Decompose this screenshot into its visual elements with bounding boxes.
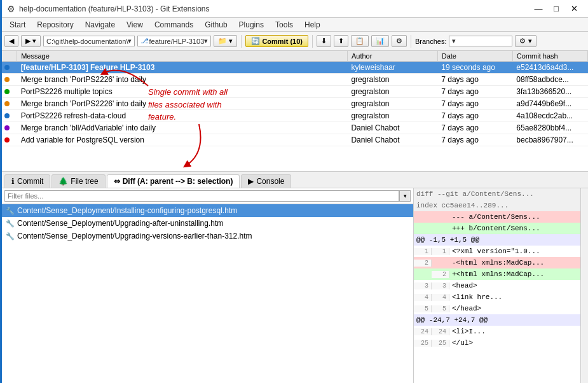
file-panel: ▾ 🔧Content/Sense_Deployment/Installing-c… — [2, 188, 414, 383]
diff-content[interactable]: diff --git a/Content/Sens...index cc5aee… — [414, 188, 580, 383]
menu-view[interactable]: View — [121, 19, 148, 31]
list-item[interactable]: 🔧Content/Sense_Deployment/Upgrading-vers… — [2, 230, 413, 242]
branches-input[interactable]: ▾ — [449, 36, 512, 46]
menu-commands[interactable]: Commands — [149, 19, 198, 31]
diff-line-content: --- a/Content/Sens... — [449, 213, 580, 221]
menu-github[interactable]: Github — [200, 19, 232, 31]
col-graph — [2, 51, 17, 62]
stash-button[interactable]: 📋 — [351, 35, 369, 47]
menu-start[interactable]: Start — [4, 19, 31, 31]
tab-filetree-label: File tree — [71, 177, 98, 186]
table-row[interactable]: Merge branch 'bll/AddVariable' into dail… — [2, 122, 588, 134]
forward-button[interactable]: ▶ ▾ — [21, 35, 41, 47]
commit-hash: 08ff58adbdce... — [512, 74, 587, 86]
table-row[interactable]: Merge branch 'PortPS2226' into dailygreg… — [2, 74, 588, 86]
list-item[interactable]: 🔧Content/Sense_Deployment/Installing-con… — [2, 204, 413, 217]
line-num-right: 1 — [432, 248, 449, 255]
path-display: C:\git\help-documentation\ ▾ — [43, 36, 135, 46]
tab-filetree[interactable]: 🌲 File tree — [51, 174, 105, 188]
graph-cell — [2, 98, 17, 110]
diff-line-content: <li>I... — [449, 328, 580, 335]
line-num-left: 5 — [414, 305, 432, 312]
commit-date: 7 days ago — [437, 134, 512, 146]
commit-date: 7 days ago — [437, 122, 512, 134]
title-bar: ⚙ help-documentation (feature/HLP-3103) … — [2, 0, 588, 18]
line-num-left: 4 — [414, 294, 432, 301]
back-button[interactable]: ◀ — [4, 35, 18, 47]
branches-settings[interactable]: ⚙ ▾ — [515, 35, 536, 47]
menu-help[interactable]: Help — [299, 19, 325, 31]
commit-hash: 4a108ecdc2ab... — [512, 110, 587, 122]
line-num-left: 2 — [414, 260, 432, 267]
close-button[interactable]: ✕ — [565, 3, 583, 15]
filter-input[interactable] — [4, 190, 399, 202]
right-scrollbar[interactable] — [580, 188, 588, 383]
graph-cell — [2, 74, 17, 86]
graph-cell — [2, 62, 17, 74]
path-dropdown-icon[interactable]: ▾ — [128, 37, 132, 45]
commit-hash: e52413d6a4d3... — [512, 62, 587, 74]
diff-line-content: -<html xmlns:MadCap... — [449, 259, 580, 267]
commit-author: Daniel Chabot — [347, 122, 437, 134]
commit-author: kyleweishaar — [347, 62, 437, 74]
col-date[interactable]: Date — [437, 51, 512, 62]
line-num-right: 25 — [432, 340, 449, 347]
table-row[interactable]: PortPS2226 multiple topicsgregralston7 d… — [2, 86, 588, 98]
diff-line: 11 <?xml version="1.0... — [414, 246, 580, 257]
branches-dropdown-icon[interactable]: ▾ — [452, 37, 456, 45]
sep3 — [411, 35, 411, 48]
tab-filetree-icon: 🌲 — [58, 177, 68, 186]
menu-tools[interactable]: Tools — [270, 19, 298, 31]
col-hash[interactable]: Commit hash — [512, 51, 587, 62]
settings-button[interactable]: ⚙ — [392, 35, 407, 47]
filter-dropdown[interactable]: ▾ — [399, 190, 411, 202]
push2-button[interactable]: ⬆ — [334, 35, 348, 47]
file-icon: 🔧 — [6, 207, 15, 215]
table-row[interactable]: [feature/HLP-3103] Feature HLP-3103kylew… — [2, 62, 588, 74]
diff-line-content: @@ -1,5 +1,5 @@ — [414, 236, 580, 244]
list-item[interactable]: 🔧Content/Sense_Deployment/Upgrading-afte… — [2, 217, 413, 230]
bottom-area: ▾ 🔧Content/Sense_Deployment/Installing-c… — [2, 188, 588, 383]
sep1 — [241, 35, 242, 48]
commit-hash: 3fa13b366520... — [512, 86, 587, 98]
table-row[interactable]: Add variable for PostgreSQL versionDanie… — [2, 134, 588, 146]
diff-line: diff --git a/Content/Sens... — [414, 188, 580, 200]
line-num-left: 1 — [414, 248, 432, 255]
commit-author: gregralston — [347, 74, 437, 86]
diff-panel: diff --git a/Content/Sens...index cc5aee… — [414, 188, 580, 383]
maximize-button[interactable]: □ — [547, 3, 565, 15]
commit-hash: becba8967907... — [512, 134, 587, 146]
diff-line-content: <link hre... — [449, 293, 580, 301]
commit-hash: a9d7449b6e9f... — [512, 98, 587, 110]
commit-message: PortPS2226 multiple topics — [17, 86, 348, 98]
tab-diff-icon: ⇔ — [114, 177, 120, 186]
diff-line: @@ -24,7 +24,7 @@ — [414, 314, 580, 326]
commit-button[interactable]: 🔄 Commit (10) — [245, 35, 308, 47]
commit-list-area: Message Author Date Commit hash [feature… — [2, 51, 588, 172]
minimize-button[interactable]: — — [530, 3, 547, 15]
table-row[interactable]: Merge branch 'PortPS2226' into dailygreg… — [2, 98, 588, 110]
pull-button[interactable]: ⬇ — [317, 35, 331, 47]
table-row[interactable]: PortPS2226 refresh-data-cloudgregralston… — [2, 110, 588, 122]
menu-plugins[interactable]: Plugins — [234, 19, 269, 31]
diff-line-content: +<html xmlns:MadCap... — [449, 270, 580, 278]
diff-line-content: index cc5aee14..289... — [414, 202, 580, 209]
menu-navigate[interactable]: Navigate — [80, 19, 120, 31]
menu-repository[interactable]: Repository — [32, 19, 78, 31]
push-button[interactable]: 📁 ▾ — [214, 35, 237, 47]
tab-diff[interactable]: ⇔ Diff (A: parent --> B: selection) — [107, 174, 240, 188]
branch-dropdown-icon[interactable]: ▾ — [204, 37, 208, 45]
col-author[interactable]: Author — [347, 51, 437, 62]
diff-line-content: diff --git a/Content/Sens... — [414, 190, 580, 198]
diff-line-content: @@ -24,7 +24,7 @@ — [414, 316, 580, 324]
diff-line-content: +++ b/Content/Sens... — [449, 225, 580, 232]
tab-commit[interactable]: ℹ Commit — [4, 174, 50, 188]
col-message[interactable]: Message — [17, 51, 348, 62]
graph-button[interactable]: 📊 — [371, 35, 389, 47]
window-controls: — □ ✕ — [530, 3, 583, 15]
diff-line-content: <?xml version="1.0... — [449, 247, 580, 255]
tab-console[interactable]: ▶ Console — [241, 174, 291, 188]
file-path: Content/Sense_Deployment/Upgrading-versi… — [17, 232, 252, 240]
tab-console-label: Console — [256, 177, 284, 186]
line-num-left: 24 — [414, 328, 432, 335]
